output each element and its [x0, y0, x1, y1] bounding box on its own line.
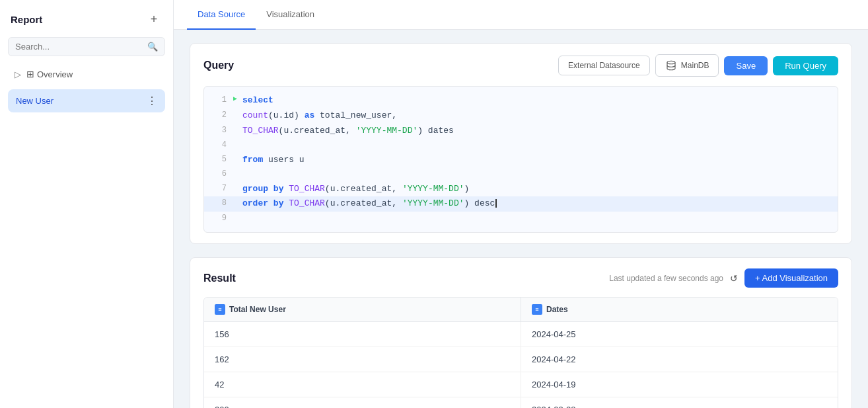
result-title: Result — [203, 272, 236, 284]
query-actions: External Datasource MainDB Save Run Quer… — [558, 54, 838, 77]
query-header: Query External Datasource MainDB Save Ru… — [203, 54, 838, 77]
table-row: 2002024-03-28 — [204, 397, 838, 408]
add-report-button[interactable]: + — [145, 11, 163, 28]
main-content: Data Source Visualization Query External… — [174, 0, 868, 408]
layers-icon: ▷ — [15, 69, 21, 79]
code-line-7: 7group by TO_CHAR(u.created_at, 'YYYY-MM… — [204, 182, 838, 197]
table-cell-dates: 2024-04-19 — [521, 372, 838, 397]
table-cell-total: 42 — [204, 372, 521, 397]
query-title: Query — [203, 60, 234, 71]
add-visualization-button[interactable]: + Add Visualization — [744, 268, 838, 288]
code-line-2: 2 count(u.id) as total_new_user, — [204, 108, 838, 124]
tabs-bar: Data Source Visualization — [174, 0, 868, 30]
table-body: 1562024-04-251622024-04-22422024-04-1920… — [204, 322, 838, 408]
table-cell-dates: 2024-03-28 — [521, 397, 838, 408]
query-section: Query External Datasource MainDB Save Ru… — [190, 43, 852, 244]
result-section: Result Last updated a few seconds ago ↺ … — [190, 257, 852, 408]
table-cell-total: 156 — [204, 322, 521, 347]
table-row: 1562024-04-25 — [204, 322, 838, 347]
save-button[interactable]: Save — [724, 56, 768, 75]
tab-visualization[interactable]: Visualization — [256, 0, 325, 30]
code-line-5: 5from users u — [204, 153, 838, 168]
sidebar-item-overview[interactable]: ▷ ⊞ Overview — [8, 64, 165, 84]
sidebar-item-menu-icon[interactable]: ⋮ — [147, 95, 157, 107]
col-header-total-new-user: ≡ Total New User — [204, 298, 521, 321]
result-meta: Last updated a few seconds ago ↺ + Add V… — [609, 268, 838, 288]
table-cell-total: 200 — [204, 397, 521, 408]
code-line-1: 1▶select — [204, 93, 838, 108]
search-icon: 🔍 — [147, 42, 158, 52]
sidebar-header: Report + — [8, 11, 165, 28]
col-header-dates: ≡ Dates — [521, 298, 838, 321]
code-line-4: 4 — [204, 138, 838, 152]
code-line-9: 9 — [204, 212, 838, 225]
table-cell-dates: 2024-04-25 — [521, 322, 838, 347]
overview-label: Overview — [37, 69, 73, 79]
table-cell-dates: 2024-04-22 — [521, 347, 838, 372]
table-row: 1622024-04-22 — [204, 347, 838, 372]
result-header: Result Last updated a few seconds ago ↺ … — [203, 268, 838, 288]
maindb-label: MainDB — [681, 61, 709, 70]
col-icon-total: ≡ — [215, 304, 225, 315]
database-icon — [665, 60, 677, 71]
run-query-button[interactable]: Run Query — [773, 56, 838, 75]
sidebar-item-label: New User — [16, 96, 147, 106]
main-content-area: Query External Datasource MainDB Save Ru… — [174, 30, 868, 408]
sidebar-title: Report — [11, 14, 42, 25]
layers-stack-icon: ⊞ — [26, 69, 34, 79]
tab-data-source[interactable]: Data Source — [187, 0, 256, 30]
col-icon-dates: ≡ — [532, 304, 542, 315]
table-cell-total: 162 — [204, 347, 521, 372]
sidebar-item-new-user[interactable]: New User ⋮ — [8, 89, 165, 112]
table-row: 422024-04-19 — [204, 372, 838, 397]
external-datasource-button[interactable]: External Datasource — [558, 56, 650, 75]
code-line-8: 8order by TO_CHAR(u.created_at, 'YYYY-MM… — [204, 196, 838, 212]
code-line-6: 6 — [204, 167, 838, 181]
sidebar-nav: ▷ ⊞ Overview — [8, 64, 165, 84]
table-header: ≡ Total New User ≡ Dates — [204, 298, 838, 322]
last-updated-text: Last updated a few seconds ago — [609, 274, 723, 283]
refresh-icon[interactable]: ↺ — [730, 273, 738, 284]
code-editor[interactable]: 1▶select2 count(u.id) as total_new_user,… — [203, 86, 838, 233]
code-line-3: 3 TO_CHAR(u.created_at, 'YYYY-MM-DD') da… — [204, 124, 838, 139]
sidebar: Report + 🔍 ▷ ⊞ Overview New User ⋮ — [0, 0, 174, 408]
search-input[interactable] — [15, 42, 145, 52]
svg-point-0 — [667, 61, 675, 64]
maindb-button[interactable]: MainDB — [655, 54, 719, 77]
data-table: ≡ Total New User ≡ Dates 1562024-04-2516… — [203, 297, 838, 408]
search-box: 🔍 — [8, 37, 165, 56]
